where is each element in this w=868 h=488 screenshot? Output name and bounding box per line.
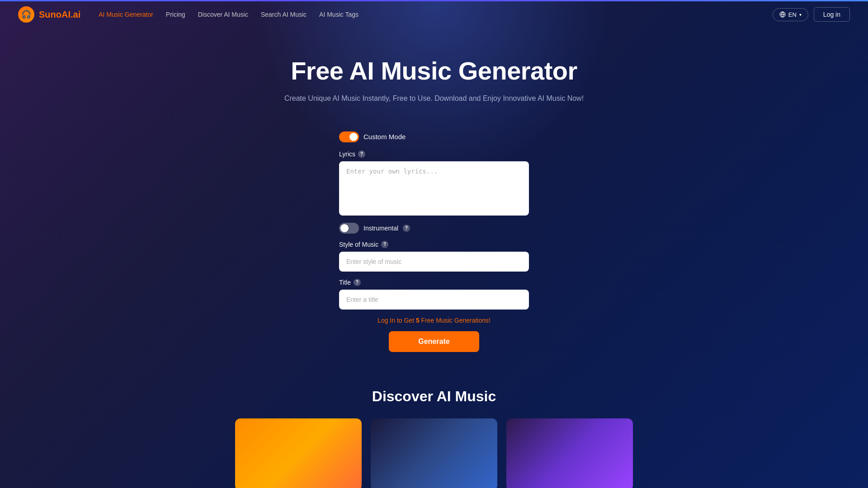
style-label: Style of Music: [339, 241, 378, 248]
globe-icon: [779, 11, 786, 18]
nav-links: AI Music Generator Pricing Discover AI M…: [99, 10, 359, 19]
lyrics-label: Lyrics: [339, 150, 355, 158]
nav-link-tags[interactable]: AI Music Tags: [319, 11, 359, 18]
language-button[interactable]: EN ▾: [773, 8, 808, 21]
login-prompt-suffix: Free Music Generations!: [420, 317, 491, 324]
discover-section: Discover AI Music: [0, 379, 868, 488]
nav-link-ai-music-generator[interactable]: AI Music Generator: [99, 11, 153, 18]
toggle-knob-instrumental: [340, 224, 349, 232]
title-help-icon[interactable]: ?: [354, 279, 361, 286]
instrumental-row: Instrumental ?: [339, 223, 529, 234]
lyrics-help-icon[interactable]: ?: [358, 150, 365, 158]
music-card-2[interactable]: [371, 418, 497, 488]
style-input[interactable]: [339, 252, 529, 272]
login-prompt-count: 5: [416, 317, 420, 324]
title-field-group: Title ?: [339, 279, 529, 310]
style-help-icon[interactable]: ?: [381, 241, 388, 248]
logo-part1: Suno: [39, 9, 61, 19]
nav-item-search[interactable]: Search AI Music: [261, 10, 307, 19]
hero-title: Free AI Music Generator: [9, 56, 859, 85]
nav-link-search[interactable]: Search AI Music: [261, 11, 307, 18]
instrumental-toggle[interactable]: [339, 223, 359, 234]
custom-mode-label: Custom Mode: [363, 133, 406, 141]
toggle-knob-custom: [349, 133, 358, 141]
instrumental-label: Instrumental: [363, 225, 398, 232]
style-field-group: Style of Music ?: [339, 241, 529, 272]
nav-item-ai-music-generator[interactable]: AI Music Generator: [99, 10, 153, 19]
navbar-left: 🎧 SunoAI.ai AI Music Generator Pricing D…: [18, 6, 359, 23]
login-prompt-link[interactable]: Log In to Get 5 Free Music Generations!: [377, 317, 491, 324]
title-label: Title: [339, 279, 351, 286]
login-button[interactable]: Log in: [814, 7, 850, 22]
custom-mode-toggle[interactable]: [339, 131, 359, 142]
discover-title: Discover AI Music: [9, 388, 859, 405]
nav-item-tags[interactable]: AI Music Tags: [319, 10, 359, 19]
generate-button[interactable]: Generate: [389, 331, 479, 352]
headphones-icon: 🎧: [21, 9, 31, 19]
logo[interactable]: 🎧 SunoAI.ai: [18, 6, 80, 23]
music-card-1[interactable]: [235, 418, 362, 488]
navbar-right: EN ▾ Log in: [773, 7, 850, 22]
music-cards-container: [9, 418, 859, 488]
instrumental-help-icon[interactable]: ?: [403, 225, 410, 232]
nav-item-pricing[interactable]: Pricing: [166, 10, 185, 19]
music-card-3[interactable]: [506, 418, 633, 488]
lang-label: EN: [788, 11, 797, 18]
hero-subtitle: Create Unique AI Music Instantly, Free t…: [9, 93, 859, 104]
hero-section: Free AI Music Generator Create Unique AI…: [0, 29, 868, 122]
style-label-row: Style of Music ?: [339, 241, 529, 248]
lyrics-textarea[interactable]: [339, 161, 529, 216]
chevron-down-icon: ▾: [799, 12, 802, 17]
logo-text: SunoAI.ai: [39, 9, 80, 20]
nav-link-pricing[interactable]: Pricing: [166, 11, 185, 18]
nav-item-discover[interactable]: Discover AI Music: [198, 10, 248, 19]
title-label-row: Title ?: [339, 279, 529, 286]
lyrics-label-row: Lyrics ?: [339, 150, 529, 158]
login-prompt-text: Log In to Get: [377, 317, 416, 324]
custom-mode-row: Custom Mode: [339, 131, 529, 142]
navbar: 🎧 SunoAI.ai AI Music Generator Pricing D…: [0, 0, 868, 29]
lyrics-field-group: Lyrics ?: [339, 150, 529, 216]
title-input[interactable]: [339, 290, 529, 310]
login-prompt: Log In to Get 5 Free Music Generations!: [339, 317, 529, 324]
logo-part2: AI.ai: [61, 9, 80, 19]
nav-link-discover[interactable]: Discover AI Music: [198, 11, 248, 18]
main-form: Custom Mode Lyrics ? Instrumental ? Styl…: [330, 122, 538, 379]
logo-icon: 🎧: [18, 6, 34, 23]
